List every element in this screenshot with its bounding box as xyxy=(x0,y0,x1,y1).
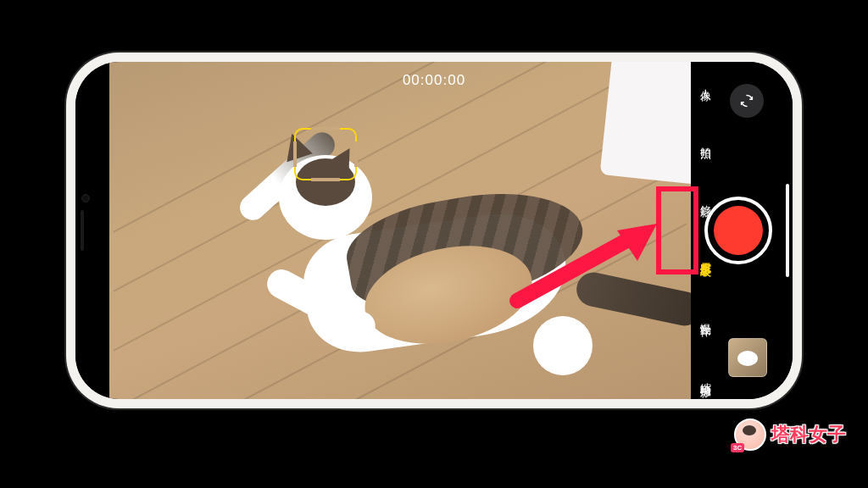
stage: f xyxy=(0,0,868,488)
watermark-badge: 3C xyxy=(731,443,744,452)
mode-cinematic[interactable]: 電影級 xyxy=(698,254,713,259)
last-capture-thumbnail[interactable] xyxy=(728,338,767,377)
record-indicator xyxy=(714,206,763,255)
mode-slomo[interactable]: 慢動作 xyxy=(698,314,713,319)
mode-portrait[interactable]: 人像 xyxy=(698,80,713,84)
record-button[interactable] xyxy=(704,197,772,264)
focus-indicator[interactable] xyxy=(294,128,357,180)
svg-line-1 xyxy=(517,236,636,301)
notch xyxy=(75,175,94,286)
front-camera xyxy=(81,194,90,202)
recording-timer: 00:00:00 xyxy=(403,72,465,89)
flip-camera-icon xyxy=(737,92,756,110)
speaker-grille xyxy=(81,210,84,251)
mode-timelapse[interactable]: 縮時攝影 xyxy=(698,374,713,380)
flip-camera-button[interactable] xyxy=(730,84,764,118)
mode-video[interactable]: 錄影 xyxy=(698,197,713,200)
watermark-avatar: 3C xyxy=(734,419,766,451)
annotation-arrow xyxy=(509,220,678,313)
watermark: 3C 塔科女子 xyxy=(734,419,846,451)
watermark-text: 塔科女子 xyxy=(771,422,846,447)
mode-photo[interactable]: 拍照 xyxy=(698,138,713,141)
home-indicator[interactable] xyxy=(786,184,789,277)
